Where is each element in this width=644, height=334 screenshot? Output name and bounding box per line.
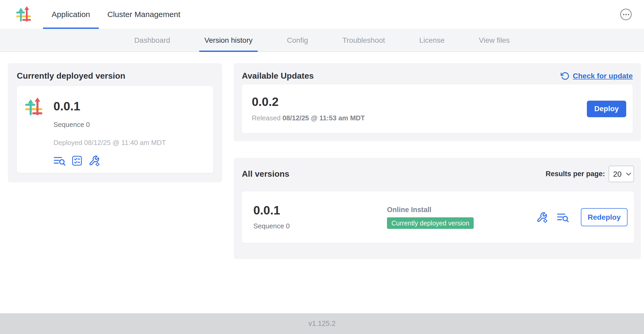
deployed-version-panel: 0.0.1 Sequence 0 Deployed 08/12/25 @ 11:… — [17, 86, 213, 173]
install-type-label: Online Install — [387, 206, 432, 214]
available-updates-header: Available Updates Check for update — [242, 71, 633, 81]
results-per-page: Results per page: 20 — [545, 166, 634, 182]
refresh-icon — [561, 72, 570, 80]
row-version-number: 0.0.1 — [253, 204, 387, 216]
tab-cluster-management[interactable]: Cluster Management — [99, 0, 189, 29]
kots-admin-console: Application Cluster Management Dashboard… — [0, 0, 644, 334]
deploy-logs-icon[interactable] — [53, 155, 66, 166]
status-badge: Currently deployed version — [387, 217, 474, 229]
deployed-version-number: 0.0.1 — [53, 100, 166, 112]
check-for-update-link[interactable]: Check for update — [561, 72, 633, 80]
subnav-item-troubleshoot[interactable]: Troubleshoot — [342, 29, 385, 51]
topbar-spacer — [189, 0, 620, 29]
all-versions-card: All versions Results per page: 20 — [234, 158, 641, 259]
version-history-right-column: Available Updates Check for update 0.0.2… — [234, 63, 641, 259]
check-for-update-label: Check for update — [573, 72, 633, 80]
console-version-label: v1.125.2 — [308, 320, 336, 328]
version-row-status: Online Install Currently deployed versio… — [387, 206, 474, 229]
version-history-page: Currently deployed version 0.0.1 Sequenc… — [0, 52, 644, 259]
tab-application[interactable]: Application — [43, 0, 99, 29]
app-logo-icon — [25, 98, 43, 116]
app-logo-icon — [16, 0, 32, 29]
version-row: 0.0.1 Sequence 0 Online Install Currentl… — [242, 191, 634, 243]
available-update-row: 0.0.2 Released 08/12/25 @ 11:53 am MDT D… — [242, 84, 633, 133]
subnav-item-config[interactable]: Config — [287, 29, 308, 51]
update-details: 0.0.2 Released 08/12/25 @ 11:53 am MDT — [252, 96, 365, 122]
deploy-logs-icon[interactable] — [557, 212, 569, 223]
overflow-menu-button[interactable] — [620, 9, 632, 20]
currently-deployed-title: Currently deployed version — [17, 71, 213, 81]
currently-deployed-card: Currently deployed version 0.0.1 Sequenc… — [8, 63, 222, 182]
subnav-item-version-history[interactable]: Version history — [204, 29, 253, 51]
config-wrench-icon[interactable] — [536, 212, 547, 223]
update-released-timestamp: Released 08/12/25 @ 11:53 am MDT — [252, 114, 365, 122]
subnav-item-view-files[interactable]: View files — [479, 29, 510, 51]
version-row-actions — [536, 212, 569, 223]
subnav-item-license[interactable]: License — [419, 29, 445, 51]
deployed-timestamp: Deployed 08/12/25 @ 11:40 am MDT — [53, 139, 166, 147]
deployed-sequence: Sequence 0 — [53, 121, 166, 129]
console-version-footer: v1.125.2 — [0, 313, 644, 334]
preflight-checks-icon[interactable] — [72, 155, 82, 166]
all-versions-header: All versions Results per page: 20 — [242, 166, 634, 182]
deployed-version-details: 0.0.1 Sequence 0 Deployed 08/12/25 @ 11:… — [53, 93, 166, 165]
row-sequence: Sequence 0 — [253, 222, 387, 230]
subnav-item-dashboard[interactable]: Dashboard — [134, 29, 170, 51]
version-row-version: 0.0.1 Sequence 0 — [253, 204, 387, 230]
available-updates-title: Available Updates — [242, 71, 314, 81]
deploy-button[interactable]: Deploy — [587, 101, 626, 117]
top-navbar: Application Cluster Management — [0, 0, 644, 29]
results-per-page-select[interactable]: 20 — [609, 166, 634, 182]
available-updates-card: Available Updates Check for update 0.0.2… — [234, 63, 641, 141]
config-wrench-icon[interactable] — [89, 155, 100, 166]
all-versions-title: All versions — [242, 169, 289, 179]
ellipsis-icon — [623, 14, 624, 15]
primary-tabs: Application Cluster Management — [43, 0, 189, 29]
results-per-page-label: Results per page: — [545, 170, 605, 178]
redeploy-button[interactable]: Redeploy — [581, 208, 627, 226]
update-version-number: 0.0.2 — [252, 96, 365, 108]
app-subnav: Dashboard Version history Config Trouble… — [0, 29, 644, 52]
deployed-actions — [53, 155, 166, 166]
